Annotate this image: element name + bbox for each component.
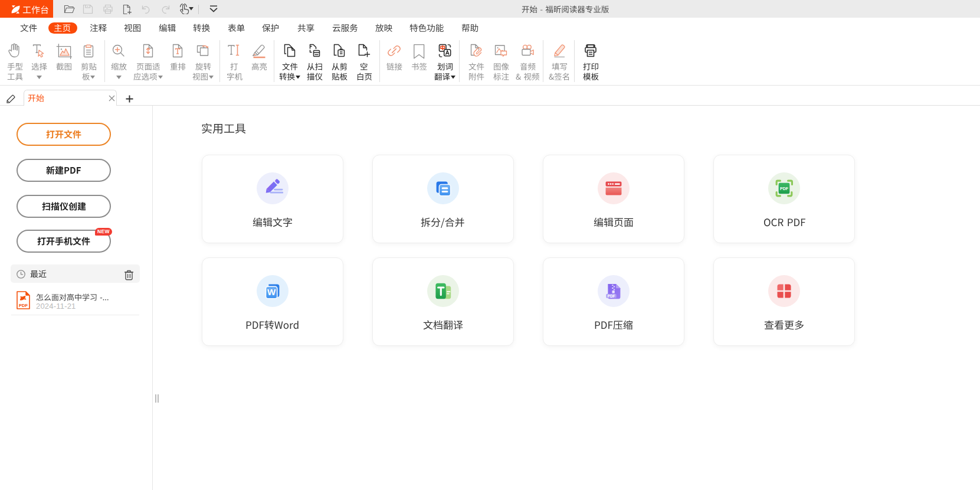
svg-text:PDF: PDF <box>19 303 28 308</box>
svg-text:PDF: PDF <box>780 186 788 190</box>
svg-text:PDF: PDF <box>608 293 615 298</box>
svg-text:W: W <box>267 287 276 297</box>
